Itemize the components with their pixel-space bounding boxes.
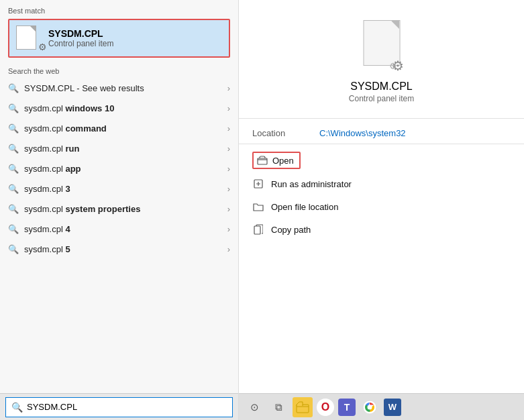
- taskbar-opera-icon[interactable]: O: [317, 399, 334, 416]
- list-item[interactable]: 🔍 SYSDM.CPL - See web results ›: [0, 78, 238, 98]
- gear-small-icon: ⚙: [389, 61, 397, 71]
- copy-path-action[interactable]: Copy path: [239, 218, 524, 241]
- search-results-list: 🔍 SYSDM.CPL - See web results › 🔍 sysdm.…: [0, 78, 238, 393]
- chevron-right-icon: ›: [227, 164, 230, 174]
- result-left: 🔍 sysdm.cpl run: [8, 143, 79, 154]
- open-box: Open: [252, 152, 301, 169]
- search-icon: 🔍: [8, 244, 19, 254]
- search-icon: 🔍: [8, 223, 19, 234]
- list-item[interactable]: 🔍 sysdm.cpl 3 ›: [0, 178, 238, 199]
- open-action[interactable]: Open: [239, 148, 524, 172]
- open-file-location-action[interactable]: Open file location: [239, 195, 524, 218]
- search-box[interactable]: 🔍: [5, 397, 233, 417]
- result-left: 🔍 SYSDM.CPL - See web results: [8, 83, 144, 93]
- app-title: SYSDM.CPL: [350, 81, 412, 93]
- actions-section: Open Run as administrator: [239, 144, 524, 245]
- search-icon: 🔍: [8, 83, 19, 93]
- result-text: SYSDM.CPL - See web results: [24, 83, 144, 93]
- list-item[interactable]: 🔍 sysdm.cpl app ›: [0, 158, 238, 178]
- list-item[interactable]: 🔍 sysdm.cpl command ›: [0, 118, 238, 138]
- list-item[interactable]: 🔍 sysdm.cpl run ›: [0, 138, 238, 158]
- best-match-name: SYSDM.CPL: [48, 28, 113, 39]
- open-label: Open: [272, 156, 294, 166]
- list-item[interactable]: 🔍 sysdm.cpl windows 10 ›: [0, 98, 238, 118]
- result-text: sysdm.cpl app: [24, 164, 81, 174]
- copy-path-label: Copy path: [271, 225, 311, 235]
- taskbar-teams-icon[interactable]: T: [338, 399, 356, 416]
- taskbar-right: ⊙ ⧉ O T W: [239, 393, 524, 420]
- best-match-section: Best match ⚙ SYSDM.CPL Control panel ite…: [0, 0, 238, 62]
- search-icon: 🔍: [8, 183, 19, 194]
- copy-path-icon: [252, 223, 264, 235]
- result-left: 🔍 sysdm.cpl windows 10: [8, 103, 114, 113]
- left-panel: Best match ⚙ SYSDM.CPL Control panel ite…: [0, 0, 238, 420]
- search-icon: 🔍: [8, 103, 19, 113]
- best-match-item[interactable]: ⚙ SYSDM.CPL Control panel item: [8, 19, 230, 58]
- chevron-right-icon: ›: [227, 184, 230, 194]
- list-item[interactable]: 🔍 sysdm.cpl 4 ›: [0, 219, 238, 239]
- result-text: sysdm.cpl system properties: [24, 204, 140, 214]
- result-left: 🔍 sysdm.cpl 3: [8, 183, 70, 194]
- search-web-label: Search the web: [0, 62, 238, 78]
- taskbar-left: 🔍: [0, 393, 238, 420]
- location-path[interactable]: C:\Windows\system32: [319, 128, 406, 138]
- taskbar-explorer-icon[interactable]: [293, 397, 313, 417]
- result-text: sysdm.cpl 3: [24, 184, 70, 194]
- taskbar-chrome-icon[interactable]: [360, 397, 380, 417]
- chevron-right-icon: ›: [227, 83, 230, 93]
- search-icon: 🔍: [8, 163, 19, 174]
- search-input[interactable]: [27, 402, 227, 412]
- list-item[interactable]: 🔍 sysdm.cpl system properties ›: [0, 199, 238, 219]
- chevron-right-icon: ›: [227, 244, 230, 254]
- svg-rect-0: [258, 158, 267, 164]
- chevron-right-icon: ›: [227, 144, 230, 154]
- list-item[interactable]: 🔍 sysdm.cpl 5 ›: [0, 239, 238, 259]
- taskbar-word-icon[interactable]: W: [384, 399, 401, 416]
- result-left: 🔍 sysdm.cpl command: [8, 123, 107, 134]
- gear-icon: ⚙: [38, 42, 47, 52]
- file-icon: [16, 25, 36, 50]
- run-as-admin-action[interactable]: Run as administrator: [239, 172, 524, 195]
- right-panel: ⚙ ⚙ SYSDM.CPL Control panel item Locatio…: [238, 0, 524, 420]
- search-icon: 🔍: [8, 123, 19, 134]
- taskbar-taskview-icon[interactable]: ⧉: [268, 397, 289, 417]
- result-text: sysdm.cpl run: [24, 144, 79, 154]
- right-content: ⚙ ⚙ SYSDM.CPL Control panel item Locatio…: [239, 0, 524, 393]
- result-left: 🔍 sysdm.cpl 4: [8, 223, 70, 234]
- best-match-label: Best match: [8, 7, 230, 15]
- search-icon: 🔍: [8, 203, 19, 214]
- open-file-location-icon: [252, 201, 264, 213]
- result-text: sysdm.cpl command: [24, 123, 107, 134]
- result-text: sysdm.cpl windows 10: [24, 103, 114, 113]
- best-match-text: SYSDM.CPL Control panel item: [48, 28, 113, 48]
- svg-rect-2: [254, 226, 260, 234]
- taskbar-search-icon: 🔍: [11, 402, 23, 413]
- taskbar-search-icon[interactable]: ⊙: [244, 397, 264, 417]
- open-file-location-label: Open file location: [271, 202, 338, 212]
- result-left: 🔍 sysdm.cpl 5: [8, 244, 70, 254]
- best-match-type: Control panel item: [48, 39, 113, 48]
- divider-top: [239, 118, 524, 119]
- run-as-admin-icon: [252, 178, 264, 190]
- result-left: 🔍 sysdm.cpl system properties: [8, 203, 140, 214]
- chevron-right-icon: ›: [227, 103, 230, 113]
- app-subtitle: Control panel item: [349, 94, 414, 103]
- search-icon: 🔍: [8, 143, 19, 154]
- best-match-icon: ⚙: [16, 25, 42, 51]
- location-label: Location: [252, 128, 306, 138]
- open-icon: [256, 154, 268, 166]
- result-text: sysdm.cpl 5: [24, 244, 70, 254]
- result-left: 🔍 sysdm.cpl app: [8, 163, 81, 174]
- app-icon-large: ⚙ ⚙: [358, 20, 405, 74]
- result-text: sysdm.cpl 4: [24, 224, 70, 234]
- location-row: Location C:\Windows\system32: [239, 123, 524, 144]
- svg-point-5: [368, 405, 372, 409]
- chevron-right-icon: ›: [227, 204, 230, 214]
- chevron-right-icon: ›: [227, 224, 230, 234]
- chevron-right-icon: ›: [227, 123, 230, 134]
- run-as-admin-label: Run as administrator: [271, 179, 352, 189]
